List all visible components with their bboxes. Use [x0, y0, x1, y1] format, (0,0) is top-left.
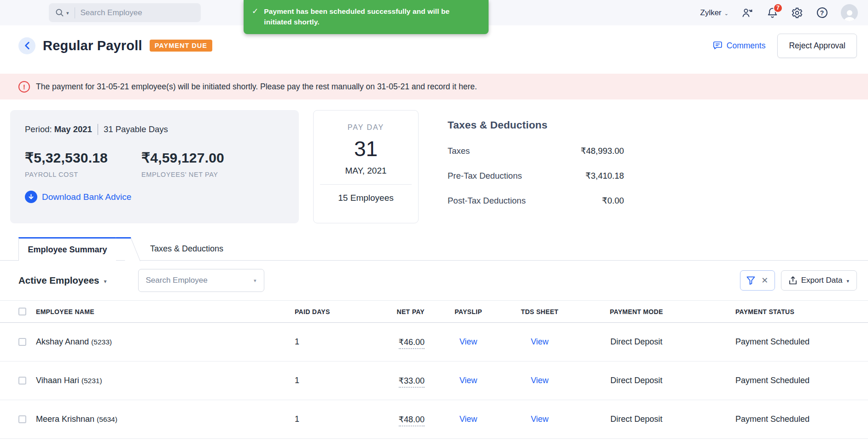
- settings-gear-icon[interactable]: [791, 7, 803, 19]
- payday-employee-count: 15 Employees: [314, 193, 418, 203]
- download-bank-advice-label: Download Bank Advice: [42, 192, 131, 202]
- clear-filter-icon[interactable]: ✕: [761, 275, 768, 286]
- search-scope-caret-icon[interactable]: ▾: [66, 10, 69, 16]
- col-payslip: PAYSLIP: [425, 308, 512, 315]
- summary-section: Period: May 2021 31 Payable Days ₹5,32,5…: [0, 110, 868, 223]
- comments-link[interactable]: Comments: [712, 41, 766, 51]
- payment-mode: Direct Deposit: [567, 337, 705, 347]
- payment-status: Payment Scheduled: [705, 414, 868, 424]
- table-row: Akshay Anand (5233) 1 ₹46.00 View View D…: [0, 323, 868, 361]
- row-checkbox[interactable]: [18, 377, 26, 385]
- tab-employee-summary[interactable]: Employee Summary: [18, 237, 116, 261]
- page-title: Regular Payroll: [43, 38, 142, 53]
- taxes-row: Taxes ₹48,993.00: [448, 146, 624, 156]
- employee-search-select[interactable]: Search Employee ▾: [138, 269, 264, 292]
- col-net-pay: NET PAY: [348, 308, 425, 315]
- employee-name: Vihaan Hari: [36, 376, 79, 385]
- payslip-view-link[interactable]: View: [460, 414, 478, 424]
- employee-id: (5634): [97, 415, 117, 423]
- payslip-view-link[interactable]: View: [460, 337, 478, 346]
- org-name: Zylker: [700, 8, 722, 17]
- notification-count-badge: 7: [773, 3, 783, 13]
- chevron-down-icon: ▾: [254, 278, 256, 284]
- taxes-section-title: Taxes & Deductions: [448, 119, 624, 131]
- payday-divider: [320, 184, 412, 185]
- tds-view-link[interactable]: View: [531, 414, 549, 424]
- export-icon: [789, 276, 797, 285]
- payday-label: PAY DAY: [314, 123, 418, 132]
- period-separator: [98, 124, 98, 135]
- help-icon[interactable]: ?: [816, 7, 828, 19]
- topbar-actions: Zylker ⌄ 7 ?: [700, 4, 858, 21]
- period-label: Period:: [25, 124, 52, 134]
- col-tds-sheet: TDS SHEET: [512, 308, 567, 315]
- topbar: ▾ Search Employee ✓ Payment has been sch…: [0, 0, 868, 25]
- net-pay[interactable]: ₹33.00: [399, 376, 425, 388]
- global-search-placeholder: Search Employee: [81, 8, 142, 17]
- employee-name: Meera Krishnan: [36, 414, 94, 424]
- payment-alert-banner: ! The payment for 31-05-21 employee(s) w…: [0, 74, 868, 99]
- paid-days: 1: [295, 376, 348, 385]
- table-row: Meera Krishnan (5634) 1 ₹48.00 View View…: [0, 400, 868, 439]
- chevron-down-icon: ▾: [104, 278, 106, 285]
- employee-id: (5231): [82, 377, 102, 385]
- employee-id: (5233): [91, 338, 112, 346]
- payday-month-year: MAY, 2021: [314, 166, 418, 176]
- net-pay[interactable]: ₹48.00: [399, 415, 425, 426]
- row-checkbox[interactable]: [18, 415, 26, 423]
- payday-day: 31: [314, 136, 418, 161]
- warning-icon: !: [18, 81, 30, 93]
- employee-name: Akshay Anand: [36, 337, 89, 346]
- posttax-row: Post-Tax Deductions ₹0.00: [448, 196, 624, 206]
- download-icon: [25, 191, 37, 203]
- taxes-deductions-summary: Taxes & Deductions Taxes ₹48,993.00 Pre-…: [448, 110, 624, 223]
- net-pay-value: ₹4,59,127.00: [141, 150, 224, 166]
- reject-approval-button[interactable]: Reject Approval: [777, 34, 857, 58]
- tab-taxes-deductions[interactable]: Taxes & Deductions: [150, 237, 223, 260]
- payroll-cost-label: PAYROLL COST: [25, 171, 108, 178]
- pretax-row: Pre-Tax Deductions ₹3,410.18: [448, 171, 624, 181]
- payslip-view-link[interactable]: View: [460, 376, 478, 385]
- payment-mode: Direct Deposit: [567, 376, 705, 385]
- period-value: May 2021: [54, 124, 92, 134]
- back-button[interactable]: [18, 37, 35, 54]
- employee-view-selector[interactable]: Active Employees ▾: [18, 275, 107, 286]
- payment-status: Payment Scheduled: [705, 376, 868, 385]
- payroll-cost-value: ₹5,32,530.18: [25, 150, 108, 166]
- user-avatar[interactable]: [841, 4, 858, 21]
- search-icon: [55, 8, 64, 17]
- col-payment-mode: PAYMENT MODE: [567, 308, 705, 315]
- search-divider: [75, 7, 75, 18]
- payday-card: PAY DAY 31 MAY, 2021 15 Employees: [313, 110, 419, 223]
- comments-label: Comments: [727, 41, 766, 51]
- tab-bar: Employee Summary Taxes & Deductions: [0, 237, 868, 261]
- col-paid-days: PAID DAYS: [295, 308, 348, 315]
- filter-button[interactable]: ✕: [740, 270, 775, 291]
- filter-funnel-icon: [746, 276, 755, 285]
- notifications-bell-icon[interactable]: 7: [766, 7, 778, 19]
- row-checkbox[interactable]: [18, 338, 26, 346]
- global-search-input[interactable]: ▾ Search Employee: [49, 3, 201, 22]
- chevron-down-icon: ⌄: [724, 11, 728, 17]
- table-row: Vihaan Hari (5231) 1 ₹33.00 View View Di…: [0, 361, 868, 400]
- tds-view-link[interactable]: View: [531, 376, 549, 385]
- comments-icon: [712, 41, 722, 50]
- col-employee-name: EMPLOYEE NAME: [36, 308, 295, 315]
- paid-days: 1: [295, 337, 348, 347]
- employee-toolbar: Active Employees ▾ Search Employee ▾ ✕ E…: [0, 261, 868, 300]
- paid-days: 1: [295, 414, 348, 424]
- check-icon: ✓: [252, 6, 258, 27]
- toast-message: Payment has been scheduled successfully …: [264, 6, 466, 27]
- tds-view-link[interactable]: View: [531, 337, 549, 346]
- payment-status: Payment Scheduled: [705, 337, 868, 347]
- net-pay[interactable]: ₹46.00: [399, 338, 425, 349]
- select-all-checkbox[interactable]: [18, 308, 26, 315]
- net-pay-label: EMPLOYEES' NET PAY: [141, 171, 224, 178]
- download-bank-advice-link[interactable]: Download Bank Advice: [25, 191, 284, 203]
- referrals-icon[interactable]: [741, 7, 753, 19]
- export-data-button[interactable]: Export Data ▾: [781, 270, 857, 291]
- status-badge: PAYMENT DUE: [150, 40, 212, 52]
- alert-message: The payment for 31-05-21 employee(s) wil…: [36, 82, 477, 92]
- org-switcher[interactable]: Zylker ⌄: [700, 8, 729, 17]
- payable-days: 31 Payable Days: [104, 124, 168, 134]
